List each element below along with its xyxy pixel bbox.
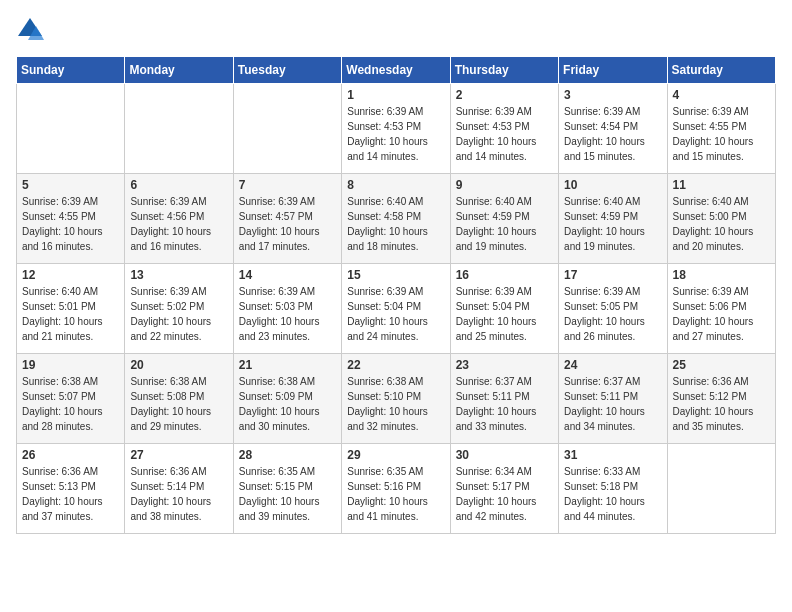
day-number: 17 (564, 268, 661, 282)
day-header-wednesday: Wednesday (342, 57, 450, 84)
calendar-table: SundayMondayTuesdayWednesdayThursdayFrid… (16, 56, 776, 534)
calendar-cell: 27 Sunrise: 6:36 AMSunset: 5:14 PMDaylig… (125, 444, 233, 534)
day-info: Sunrise: 6:40 AMSunset: 4:58 PMDaylight:… (347, 196, 428, 252)
day-number: 28 (239, 448, 336, 462)
calendar-cell: 9 Sunrise: 6:40 AMSunset: 4:59 PMDayligh… (450, 174, 558, 264)
day-number: 8 (347, 178, 444, 192)
calendar-cell: 15 Sunrise: 6:39 AMSunset: 5:04 PMDaylig… (342, 264, 450, 354)
day-header-sunday: Sunday (17, 57, 125, 84)
logo-icon (16, 16, 44, 44)
calendar-cell: 22 Sunrise: 6:38 AMSunset: 5:10 PMDaylig… (342, 354, 450, 444)
calendar-cell: 6 Sunrise: 6:39 AMSunset: 4:56 PMDayligh… (125, 174, 233, 264)
day-info: Sunrise: 6:38 AMSunset: 5:07 PMDaylight:… (22, 376, 103, 432)
day-info: Sunrise: 6:40 AMSunset: 4:59 PMDaylight:… (456, 196, 537, 252)
day-info: Sunrise: 6:39 AMSunset: 5:03 PMDaylight:… (239, 286, 320, 342)
day-info: Sunrise: 6:33 AMSunset: 5:18 PMDaylight:… (564, 466, 645, 522)
calendar-cell (125, 84, 233, 174)
day-info: Sunrise: 6:39 AMSunset: 5:04 PMDaylight:… (456, 286, 537, 342)
day-number: 21 (239, 358, 336, 372)
day-number: 26 (22, 448, 119, 462)
day-info: Sunrise: 6:35 AMSunset: 5:15 PMDaylight:… (239, 466, 320, 522)
calendar-cell: 14 Sunrise: 6:39 AMSunset: 5:03 PMDaylig… (233, 264, 341, 354)
logo (16, 16, 48, 44)
week-row-5: 26 Sunrise: 6:36 AMSunset: 5:13 PMDaylig… (17, 444, 776, 534)
calendar-cell: 23 Sunrise: 6:37 AMSunset: 5:11 PMDaylig… (450, 354, 558, 444)
day-number: 11 (673, 178, 770, 192)
day-header-saturday: Saturday (667, 57, 775, 84)
calendar-cell: 5 Sunrise: 6:39 AMSunset: 4:55 PMDayligh… (17, 174, 125, 264)
day-info: Sunrise: 6:39 AMSunset: 4:57 PMDaylight:… (239, 196, 320, 252)
calendar-cell: 20 Sunrise: 6:38 AMSunset: 5:08 PMDaylig… (125, 354, 233, 444)
day-number: 22 (347, 358, 444, 372)
calendar-cell: 17 Sunrise: 6:39 AMSunset: 5:05 PMDaylig… (559, 264, 667, 354)
day-number: 25 (673, 358, 770, 372)
day-info: Sunrise: 6:39 AMSunset: 4:56 PMDaylight:… (130, 196, 211, 252)
calendar-cell: 2 Sunrise: 6:39 AMSunset: 4:53 PMDayligh… (450, 84, 558, 174)
calendar-cell: 19 Sunrise: 6:38 AMSunset: 5:07 PMDaylig… (17, 354, 125, 444)
day-number: 16 (456, 268, 553, 282)
calendar-cell: 11 Sunrise: 6:40 AMSunset: 5:00 PMDaylig… (667, 174, 775, 264)
calendar-cell (233, 84, 341, 174)
day-header-tuesday: Tuesday (233, 57, 341, 84)
day-number: 3 (564, 88, 661, 102)
calendar-cell (667, 444, 775, 534)
day-number: 6 (130, 178, 227, 192)
calendar-cell: 21 Sunrise: 6:38 AMSunset: 5:09 PMDaylig… (233, 354, 341, 444)
day-number: 23 (456, 358, 553, 372)
day-info: Sunrise: 6:39 AMSunset: 4:55 PMDaylight:… (673, 106, 754, 162)
day-info: Sunrise: 6:39 AMSunset: 5:05 PMDaylight:… (564, 286, 645, 342)
day-info: Sunrise: 6:38 AMSunset: 5:08 PMDaylight:… (130, 376, 211, 432)
page-header (16, 16, 776, 44)
day-number: 20 (130, 358, 227, 372)
day-info: Sunrise: 6:37 AMSunset: 5:11 PMDaylight:… (456, 376, 537, 432)
calendar-cell (17, 84, 125, 174)
day-info: Sunrise: 6:39 AMSunset: 4:55 PMDaylight:… (22, 196, 103, 252)
day-number: 10 (564, 178, 661, 192)
day-info: Sunrise: 6:39 AMSunset: 5:02 PMDaylight:… (130, 286, 211, 342)
day-number: 2 (456, 88, 553, 102)
day-header-thursday: Thursday (450, 57, 558, 84)
week-row-3: 12 Sunrise: 6:40 AMSunset: 5:01 PMDaylig… (17, 264, 776, 354)
calendar-cell: 16 Sunrise: 6:39 AMSunset: 5:04 PMDaylig… (450, 264, 558, 354)
calendar-cell: 7 Sunrise: 6:39 AMSunset: 4:57 PMDayligh… (233, 174, 341, 264)
calendar-cell: 3 Sunrise: 6:39 AMSunset: 4:54 PMDayligh… (559, 84, 667, 174)
day-number: 29 (347, 448, 444, 462)
day-number: 15 (347, 268, 444, 282)
day-info: Sunrise: 6:40 AMSunset: 5:01 PMDaylight:… (22, 286, 103, 342)
calendar-cell: 25 Sunrise: 6:36 AMSunset: 5:12 PMDaylig… (667, 354, 775, 444)
calendar-cell: 24 Sunrise: 6:37 AMSunset: 5:11 PMDaylig… (559, 354, 667, 444)
day-info: Sunrise: 6:40 AMSunset: 4:59 PMDaylight:… (564, 196, 645, 252)
day-info: Sunrise: 6:38 AMSunset: 5:09 PMDaylight:… (239, 376, 320, 432)
day-info: Sunrise: 6:36 AMSunset: 5:13 PMDaylight:… (22, 466, 103, 522)
calendar-cell: 31 Sunrise: 6:33 AMSunset: 5:18 PMDaylig… (559, 444, 667, 534)
day-number: 19 (22, 358, 119, 372)
day-info: Sunrise: 6:39 AMSunset: 5:06 PMDaylight:… (673, 286, 754, 342)
week-row-4: 19 Sunrise: 6:38 AMSunset: 5:07 PMDaylig… (17, 354, 776, 444)
day-info: Sunrise: 6:36 AMSunset: 5:12 PMDaylight:… (673, 376, 754, 432)
day-info: Sunrise: 6:34 AMSunset: 5:17 PMDaylight:… (456, 466, 537, 522)
calendar-cell: 13 Sunrise: 6:39 AMSunset: 5:02 PMDaylig… (125, 264, 233, 354)
day-number: 31 (564, 448, 661, 462)
day-info: Sunrise: 6:38 AMSunset: 5:10 PMDaylight:… (347, 376, 428, 432)
day-number: 7 (239, 178, 336, 192)
calendar-cell: 12 Sunrise: 6:40 AMSunset: 5:01 PMDaylig… (17, 264, 125, 354)
day-number: 27 (130, 448, 227, 462)
day-number: 4 (673, 88, 770, 102)
header-row: SundayMondayTuesdayWednesdayThursdayFrid… (17, 57, 776, 84)
day-info: Sunrise: 6:35 AMSunset: 5:16 PMDaylight:… (347, 466, 428, 522)
day-header-monday: Monday (125, 57, 233, 84)
calendar-cell: 30 Sunrise: 6:34 AMSunset: 5:17 PMDaylig… (450, 444, 558, 534)
day-info: Sunrise: 6:36 AMSunset: 5:14 PMDaylight:… (130, 466, 211, 522)
calendar-cell: 26 Sunrise: 6:36 AMSunset: 5:13 PMDaylig… (17, 444, 125, 534)
day-number: 13 (130, 268, 227, 282)
day-number: 24 (564, 358, 661, 372)
day-number: 12 (22, 268, 119, 282)
day-info: Sunrise: 6:37 AMSunset: 5:11 PMDaylight:… (564, 376, 645, 432)
day-info: Sunrise: 6:39 AMSunset: 4:53 PMDaylight:… (456, 106, 537, 162)
day-info: Sunrise: 6:39 AMSunset: 4:53 PMDaylight:… (347, 106, 428, 162)
calendar-cell: 29 Sunrise: 6:35 AMSunset: 5:16 PMDaylig… (342, 444, 450, 534)
day-info: Sunrise: 6:39 AMSunset: 4:54 PMDaylight:… (564, 106, 645, 162)
day-number: 1 (347, 88, 444, 102)
calendar-cell: 8 Sunrise: 6:40 AMSunset: 4:58 PMDayligh… (342, 174, 450, 264)
calendar-cell: 18 Sunrise: 6:39 AMSunset: 5:06 PMDaylig… (667, 264, 775, 354)
